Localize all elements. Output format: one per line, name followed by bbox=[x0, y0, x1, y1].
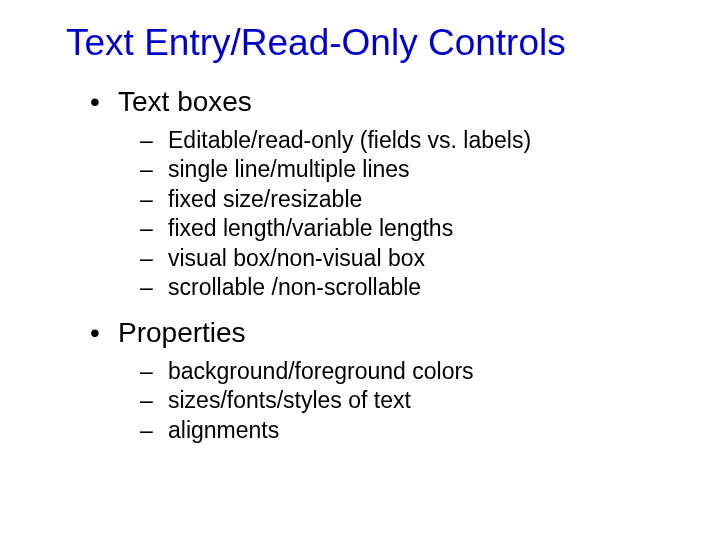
item-text: sizes/fonts/styles of text bbox=[168, 387, 411, 413]
list-item: –background/foreground colors bbox=[140, 357, 670, 386]
bullet-icon: • bbox=[90, 317, 118, 349]
item-text: background/foreground colors bbox=[168, 358, 474, 384]
dash-icon: – bbox=[140, 386, 168, 415]
list-item: –fixed length/variable lengths bbox=[140, 214, 670, 243]
sub-list-properties: –background/foreground colors –sizes/fon… bbox=[140, 357, 670, 445]
list-item: –Editable/read-only (fields vs. labels) bbox=[140, 126, 670, 155]
bullet-label: Text boxes bbox=[118, 86, 252, 117]
item-text: Editable/read-only (fields vs. labels) bbox=[168, 127, 531, 153]
item-text: visual box/non-visual box bbox=[168, 245, 425, 271]
bullet-text-boxes: •Text boxes bbox=[90, 86, 670, 118]
item-text: fixed length/variable lengths bbox=[168, 215, 453, 241]
dash-icon: – bbox=[140, 155, 168, 184]
list-item: –sizes/fonts/styles of text bbox=[140, 386, 670, 415]
item-text: scrollable /non-scrollable bbox=[168, 274, 421, 300]
bullet-label: Properties bbox=[118, 317, 246, 348]
list-item: –single line/multiple lines bbox=[140, 155, 670, 184]
bullet-icon: • bbox=[90, 86, 118, 118]
sub-list-text-boxes: –Editable/read-only (fields vs. labels) … bbox=[140, 126, 670, 303]
item-text: alignments bbox=[168, 417, 279, 443]
item-text: single line/multiple lines bbox=[168, 156, 410, 182]
slide-body: •Text boxes –Editable/read-only (fields … bbox=[90, 86, 670, 459]
list-item: –visual box/non-visual box bbox=[140, 244, 670, 273]
list-item: –fixed size/resizable bbox=[140, 185, 670, 214]
list-item: –scrollable /non-scrollable bbox=[140, 273, 670, 302]
slide-title: Text Entry/Read-Only Controls bbox=[66, 22, 566, 64]
list-item: –alignments bbox=[140, 416, 670, 445]
dash-icon: – bbox=[140, 126, 168, 155]
dash-icon: – bbox=[140, 273, 168, 302]
dash-icon: – bbox=[140, 416, 168, 445]
item-text: fixed size/resizable bbox=[168, 186, 362, 212]
dash-icon: – bbox=[140, 357, 168, 386]
dash-icon: – bbox=[140, 185, 168, 214]
dash-icon: – bbox=[140, 214, 168, 243]
dash-icon: – bbox=[140, 244, 168, 273]
bullet-properties: •Properties bbox=[90, 317, 670, 349]
slide: Text Entry/Read-Only Controls •Text boxe… bbox=[0, 0, 720, 540]
